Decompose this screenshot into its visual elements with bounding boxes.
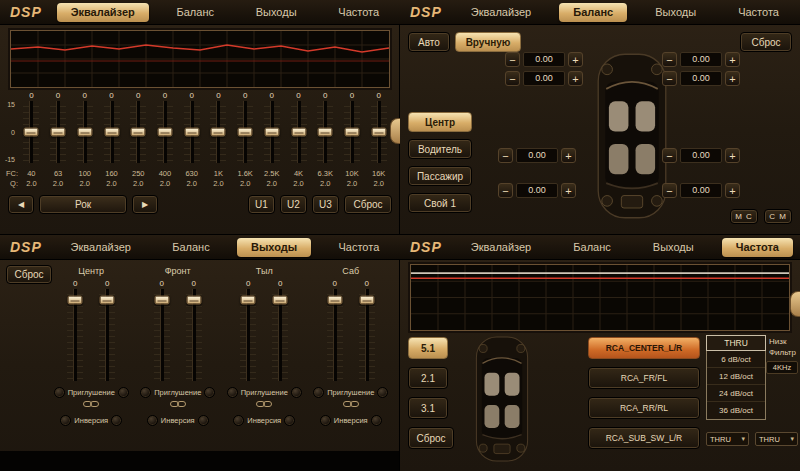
mute-right-toggle[interactable] — [291, 387, 302, 398]
band-gain-slider[interactable] — [371, 101, 387, 163]
position-button[interactable]: Водитель — [408, 139, 472, 159]
left-level-slider[interactable] — [154, 289, 170, 381]
tab[interactable]: Эквалайзер — [56, 238, 144, 257]
manual-button[interactable]: Вручную — [455, 32, 521, 52]
slider-thumb[interactable] — [241, 296, 256, 305]
slider-thumb[interactable] — [24, 128, 39, 137]
slider-thumb[interactable] — [157, 128, 172, 137]
left-level-slider[interactable] — [327, 289, 343, 381]
left-level-slider[interactable] — [240, 289, 256, 381]
link-channels-icon[interactable] — [343, 400, 359, 408]
mode-button[interactable]: 3.1 — [408, 397, 448, 419]
slider-thumb[interactable] — [184, 128, 199, 137]
mute-right-toggle[interactable] — [118, 387, 129, 398]
slider-thumb[interactable] — [264, 128, 279, 137]
plus-button[interactable]: + — [561, 148, 576, 163]
cm-button[interactable]: C M — [764, 209, 792, 224]
reset-button[interactable]: Сброс — [6, 265, 52, 284]
tab[interactable]: Баланс — [158, 238, 223, 257]
plus-button[interactable]: + — [725, 148, 740, 163]
mute-right-toggle[interactable] — [377, 387, 388, 398]
tab[interactable]: Выходы — [237, 238, 311, 257]
tab[interactable]: Эквалайзер — [457, 238, 545, 257]
slider-thumb[interactable] — [273, 296, 288, 305]
minus-button[interactable]: − — [662, 183, 677, 198]
link-channels-icon[interactable] — [83, 400, 99, 408]
invert-right-toggle[interactable] — [198, 415, 209, 426]
band-gain-slider[interactable] — [130, 101, 146, 163]
invert-left-toggle[interactable] — [233, 415, 244, 426]
minus-button[interactable]: − — [662, 52, 677, 67]
position-button[interactable]: Пассажир — [408, 166, 472, 186]
preset-prev-button[interactable]: ◀ — [8, 195, 34, 214]
link-channels-icon[interactable] — [170, 400, 186, 408]
slider-thumb[interactable] — [211, 128, 226, 137]
tab[interactable]: Частота — [324, 3, 393, 22]
mode-button[interactable]: 2.1 — [408, 367, 448, 389]
right-level-slider[interactable] — [359, 289, 375, 381]
band-gain-slider[interactable] — [77, 101, 93, 163]
band-gain-slider[interactable] — [210, 101, 226, 163]
slope-dropdown-selected[interactable]: THRU — [706, 335, 766, 351]
invert-left-toggle[interactable] — [60, 415, 71, 426]
slider-thumb[interactable] — [318, 128, 333, 137]
slider-thumb[interactable] — [186, 296, 201, 305]
tab[interactable]: Баланс — [163, 3, 228, 22]
band-gain-slider[interactable] — [157, 101, 173, 163]
mc-button[interactable]: M C — [730, 209, 758, 224]
slider-thumb[interactable] — [104, 128, 119, 137]
slider-thumb[interactable] — [68, 296, 83, 305]
preset-next-button[interactable]: ▶ — [132, 195, 158, 214]
slider-thumb[interactable] — [154, 296, 169, 305]
left-level-slider[interactable] — [67, 289, 83, 381]
drawer-handle[interactable] — [790, 291, 800, 317]
band-gain-slider[interactable] — [264, 101, 280, 163]
invert-right-toggle[interactable] — [284, 415, 295, 426]
tab[interactable]: Частота — [325, 238, 394, 257]
right-level-slider[interactable] — [272, 289, 288, 381]
tab[interactable]: Баланс — [559, 238, 624, 257]
mute-left-toggle[interactable] — [227, 387, 238, 398]
right-level-slider[interactable] — [186, 289, 202, 381]
tab[interactable]: Эквалайзер — [57, 3, 149, 22]
minus-button[interactable]: − — [662, 71, 677, 86]
reset-button[interactable]: Сброс — [408, 427, 454, 449]
slider-thumb[interactable] — [100, 296, 115, 305]
plus-button[interactable]: + — [568, 52, 583, 67]
auto-button[interactable]: Авто — [408, 32, 450, 52]
plus-button[interactable]: + — [725, 183, 740, 198]
rca-channel-button[interactable]: RCA_CENTER_L/R — [588, 337, 700, 359]
rca-channel-button[interactable]: RCA_FR/FL — [588, 367, 700, 389]
reset-button[interactable]: Сброс — [344, 195, 392, 214]
band-gain-slider[interactable] — [344, 101, 360, 163]
slider-thumb[interactable] — [359, 296, 374, 305]
position-button[interactable]: Свой 1 — [408, 193, 472, 213]
preset-button[interactable]: Рок — [39, 195, 127, 214]
band-gain-slider[interactable] — [237, 101, 253, 163]
mute-left-toggle[interactable] — [54, 387, 65, 398]
rca-channel-button[interactable]: RCA_RR/RL — [588, 397, 700, 419]
slider-thumb[interactable] — [238, 128, 253, 137]
slider-thumb[interactable] — [51, 128, 66, 137]
plus-button[interactable]: + — [725, 71, 740, 86]
rca-channel-button[interactable]: RCA_SUB_SW_L/R — [588, 427, 700, 449]
slope-option[interactable]: 12 dB/oct — [707, 368, 765, 385]
slider-thumb[interactable] — [371, 128, 386, 137]
invert-right-toggle[interactable] — [111, 415, 122, 426]
slider-thumb[interactable] — [131, 128, 146, 137]
mute-right-toggle[interactable] — [204, 387, 215, 398]
reset-button[interactable]: Сброс — [740, 32, 792, 52]
invert-left-toggle[interactable] — [320, 415, 331, 426]
memory-button[interactable]: U2 — [280, 195, 307, 214]
slider-thumb[interactable] — [291, 128, 306, 137]
slope-option[interactable]: 24 dB/oct — [707, 385, 765, 402]
tab[interactable]: Выходы — [242, 3, 311, 22]
plus-button[interactable]: + — [725, 52, 740, 67]
band-gain-slider[interactable] — [50, 101, 66, 163]
band-gain-slider[interactable] — [23, 101, 39, 163]
tab[interactable]: Выходы — [641, 3, 710, 22]
minus-button[interactable]: − — [662, 148, 677, 163]
mode-button[interactable]: 5.1 — [408, 337, 448, 359]
position-button[interactable]: Центр — [408, 112, 472, 132]
tab[interactable]: Выходы — [639, 238, 708, 257]
